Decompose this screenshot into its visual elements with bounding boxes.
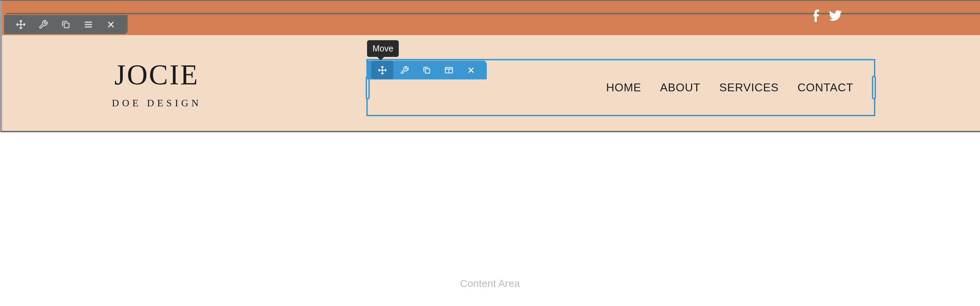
content-area[interactable]: Content Area [0,278,980,289]
menu-section-button[interactable] [77,15,100,34]
logo-subtitle: DOE DESIGN [112,97,202,109]
close-element-button[interactable] [460,61,482,79]
move-section-button[interactable] [10,15,32,34]
section-editor-toolbar [4,15,127,34]
tooltip-text: Move [372,44,393,53]
settings-element-button[interactable] [393,61,415,79]
resize-handle-right[interactable] [872,76,876,100]
twitter-icon[interactable] [829,10,842,22]
social-icons-container [813,10,842,23]
nav-item-services[interactable]: SERVICES [719,81,779,94]
content-area-placeholder: Content Area [460,278,520,289]
nav-item-home[interactable]: HOME [606,81,641,94]
outer-rule [0,0,980,1]
move-element-button[interactable] [371,61,393,79]
logo-block: JOCIE DOE DESIGN [112,58,202,109]
nav-item-about[interactable]: ABOUT [660,81,701,94]
facebook-icon[interactable] [813,10,820,23]
svg-rect-1 [425,68,430,73]
layout-element-button[interactable] [438,61,460,79]
duplicate-element-button[interactable] [415,61,438,79]
element-editor-toolbar [366,61,487,79]
close-section-button[interactable] [100,15,122,34]
nav-menu: HOME ABOUT SERVICES CONTACT [606,81,853,94]
move-tooltip: Move [367,40,399,57]
duplicate-section-button[interactable] [54,15,77,34]
header-section: JOCIE DOE DESIGN Move HOME ABOUT SERVICE… [0,35,980,132]
svg-rect-0 [64,23,69,28]
logo-title: JOCIE [112,58,202,91]
top-orange-bar [0,0,980,35]
nav-item-contact[interactable]: CONTACT [797,81,853,94]
settings-section-button[interactable] [32,15,54,34]
